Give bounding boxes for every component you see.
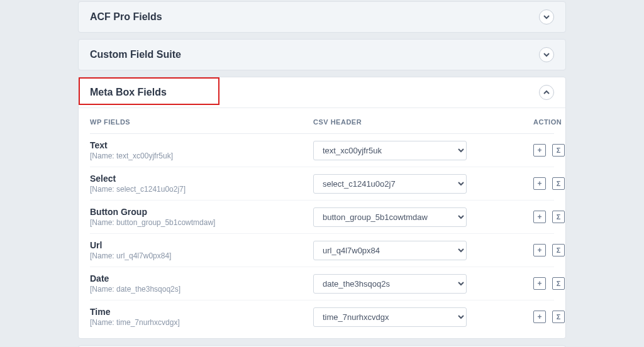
chevron-down-icon[interactable] <box>539 47 554 62</box>
field-actions: + Σ <box>533 277 565 290</box>
field-meta: [Name: date_the3hsqoq2s] <box>90 285 313 294</box>
panel-body-metabox: WP FIELDS CSV HEADER ACTION Text [Name: … <box>79 108 565 338</box>
field-select-wrap: url_q4l7w0px84 <box>313 241 533 260</box>
csv-header-select[interactable]: date_the3hsqoq2s <box>313 274 467 294</box>
field-select-wrap: select_c1241u0o2j7 <box>313 174 533 194</box>
field-actions: + Σ <box>533 177 565 190</box>
add-icon[interactable]: + <box>533 277 546 290</box>
panel-title-acf: ACF Pro Fields <box>90 11 162 23</box>
field-name: Button Group <box>90 207 313 217</box>
header-wp-fields: WP FIELDS <box>90 118 313 126</box>
field-actions: + Σ <box>533 311 565 323</box>
panel-header-cfs[interactable]: Custom Field Suite <box>79 40 565 70</box>
field-name: Select <box>90 174 313 184</box>
sigma-icon[interactable]: Σ <box>552 211 565 223</box>
field-name: Text <box>90 140 313 150</box>
field-actions: + Σ <box>533 144 565 157</box>
field-row: Url [Name: url_q4l7w0px84] url_q4l7w0px8… <box>90 234 554 267</box>
field-name: Date <box>90 273 313 284</box>
field-row: Button Group [Name: button_group_5b1cowt… <box>90 201 554 234</box>
field-name: Url <box>90 240 313 250</box>
field-select-wrap: button_group_5b1cowtmdaw <box>313 207 533 227</box>
chevron-down-icon[interactable] <box>539 9 554 25</box>
field-label: Select [Name: select_c1241u0o2j7] <box>90 174 313 194</box>
panel-title-metabox: Meta Box Fields <box>90 87 167 98</box>
field-label: Button Group [Name: button_group_5b1cowt… <box>90 207 313 227</box>
panel-acf: ACF Pro Fields <box>78 1 566 33</box>
header-action: ACTION <box>533 118 562 126</box>
field-row: Text [Name: text_xc00yjfr5uk] text_xc00y… <box>90 134 554 167</box>
csv-header-select[interactable]: url_q4l7w0px84 <box>313 241 467 260</box>
header-csv: CSV HEADER <box>313 118 533 126</box>
field-row: Date [Name: date_the3hsqoq2s] date_the3h… <box>90 267 554 300</box>
add-icon[interactable]: + <box>533 211 546 223</box>
add-icon[interactable]: + <box>533 244 546 256</box>
field-label: Time [Name: time_7nurhxcvdgx] <box>90 307 313 327</box>
table-header: WP FIELDS CSV HEADER ACTION <box>90 118 554 134</box>
field-row: Time [Name: time_7nurhxcvdgx] time_7nurh… <box>90 300 554 333</box>
panel-title-cfs: Custom Field Suite <box>90 49 181 60</box>
add-icon[interactable]: + <box>533 177 546 190</box>
sigma-icon[interactable]: Σ <box>552 311 565 323</box>
sigma-icon[interactable]: Σ <box>552 177 565 190</box>
panel-header-acf[interactable]: ACF Pro Fields <box>79 2 565 32</box>
panel-header-metabox[interactable]: Meta Box Fields <box>79 77 565 108</box>
field-meta: [Name: url_q4l7w0px84] <box>90 251 313 260</box>
field-select-wrap: text_xc00yjfr5uk <box>313 141 533 160</box>
add-icon[interactable]: + <box>533 311 546 323</box>
csv-header-select[interactable]: time_7nurhxcvdgx <box>313 307 467 327</box>
chevron-up-icon[interactable] <box>539 85 554 100</box>
field-label: Date [Name: date_the3hsqoq2s] <box>90 273 313 294</box>
panel-metabox: Meta Box Fields WP FIELDS CSV HEADER ACT… <box>78 77 566 339</box>
field-meta: [Name: text_xc00yjfr5uk] <box>90 151 313 160</box>
field-select-wrap: date_the3hsqoq2s <box>313 274 533 294</box>
field-meta: [Name: button_group_5b1cowtmdaw] <box>90 218 313 227</box>
field-name: Time <box>90 307 313 317</box>
field-row: Select [Name: select_c1241u0o2j7] select… <box>90 167 554 201</box>
csv-header-select[interactable]: button_group_5b1cowtmdaw <box>313 207 467 227</box>
add-icon[interactable]: + <box>533 144 546 157</box>
panel-cfs: Custom Field Suite <box>78 39 566 70</box>
field-actions: + Σ <box>533 244 565 256</box>
field-meta: [Name: time_7nurhxcvdgx] <box>90 318 313 327</box>
sigma-icon[interactable]: Σ <box>552 144 565 157</box>
csv-header-select[interactable]: text_xc00yjfr5uk <box>313 141 467 160</box>
field-select-wrap: time_7nurhxcvdgx <box>313 307 533 327</box>
sigma-icon[interactable]: Σ <box>552 244 565 256</box>
field-actions: + Σ <box>533 211 565 223</box>
sigma-icon[interactable]: Σ <box>552 277 565 290</box>
field-label: Text [Name: text_xc00yjfr5uk] <box>90 140 313 160</box>
csv-header-select[interactable]: select_c1241u0o2j7 <box>313 174 467 194</box>
field-label: Url [Name: url_q4l7w0px84] <box>90 240 313 260</box>
field-meta: [Name: select_c1241u0o2j7] <box>90 185 313 194</box>
